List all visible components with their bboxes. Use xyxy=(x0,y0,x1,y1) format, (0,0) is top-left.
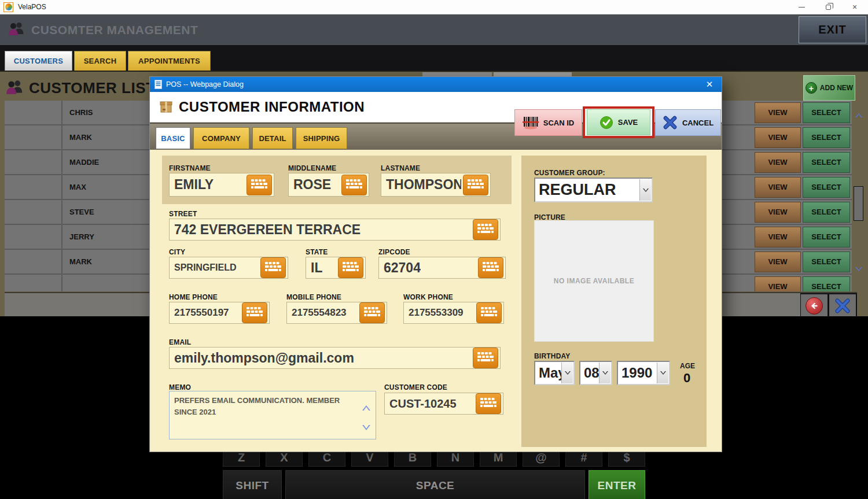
keyboard-icon[interactable] xyxy=(338,257,363,278)
zipcode-label: ZIPCODE xyxy=(378,248,410,256)
keyboard-icon[interactable] xyxy=(463,175,488,195)
dialog-close-icon[interactable]: ✕ xyxy=(702,79,717,90)
chevron-down-icon[interactable] xyxy=(599,363,610,383)
age-value: 0 xyxy=(683,371,690,386)
select-button[interactable]: SELECT xyxy=(803,227,850,247)
chevron-down-icon[interactable] xyxy=(561,363,573,383)
street-input[interactable]: 742 EVERGEREEN TERRACE xyxy=(169,219,501,241)
lastname-input[interactable]: THOMPSON xyxy=(381,173,491,197)
scroll-up-icon[interactable] xyxy=(855,113,862,117)
back-button[interactable] xyxy=(800,293,829,319)
keyboard-icon[interactable] xyxy=(247,175,272,195)
select-button[interactable]: SELECT xyxy=(803,177,850,198)
back-arrow-icon xyxy=(806,297,823,315)
table-scrollbar[interactable] xyxy=(853,101,865,291)
memo-scroll-down-icon[interactable] xyxy=(362,425,370,430)
keyboard-icon[interactable] xyxy=(476,393,501,414)
app-header: CUSOMTER MANAGEMENT EXIT xyxy=(0,14,868,45)
view-button[interactable]: VIEW xyxy=(755,127,801,148)
view-button[interactable]: VIEW xyxy=(755,276,801,292)
state-input[interactable]: IL xyxy=(306,257,366,279)
select-button[interactable]: SELECT xyxy=(803,252,850,272)
middlename-label: MIDDLENAME xyxy=(288,164,336,172)
keyboard-icon[interactable] xyxy=(359,302,385,323)
dialog-title: POS -- Webpage Dialog xyxy=(166,80,244,88)
birthday-day-select[interactable]: 08 xyxy=(579,361,612,385)
lastname-label: LASTNAME xyxy=(381,164,420,172)
picture-placeholder: NO IMAGE AVAILABLE xyxy=(534,220,654,342)
customer-code-input[interactable]: CUST-10245 xyxy=(384,393,503,415)
window-title: VelaPOS xyxy=(18,3,46,11)
chevron-down-icon[interactable] xyxy=(657,363,668,383)
select-button[interactable]: SELECT xyxy=(803,202,850,223)
plus-icon: + xyxy=(806,82,817,94)
tab-customers[interactable]: CUSTOMERS xyxy=(5,51,72,71)
view-button[interactable]: VIEW xyxy=(755,102,801,123)
middlename-input[interactable]: ROSE xyxy=(288,173,369,197)
keyboard-icon[interactable] xyxy=(242,302,267,323)
customer-group-select[interactable]: REGULAR xyxy=(534,178,653,202)
birthday-year-select[interactable]: 1990 xyxy=(617,361,670,385)
key-shift[interactable]: SHIFT xyxy=(222,470,282,499)
cancel-button[interactable]: CANCEL xyxy=(655,109,721,136)
maximize-button[interactable] xyxy=(815,0,841,14)
memo-textarea[interactable]: PREFERS EMAIL COMMUNICATION. MEMBER SINC… xyxy=(169,391,376,439)
mobile-phone-input[interactable]: 2175554823 xyxy=(286,302,387,324)
view-button[interactable]: VIEW xyxy=(755,227,801,247)
keyboard-icon[interactable] xyxy=(473,219,498,240)
close-button[interactable]: × xyxy=(841,0,868,14)
zipcode-input[interactable]: 62704 xyxy=(378,257,506,279)
select-button[interactable]: SELECT xyxy=(803,152,850,173)
work-phone-input[interactable]: 2175553309 xyxy=(403,302,504,324)
city-input[interactable]: SPRINGFIELD xyxy=(169,257,288,279)
view-button[interactable]: VIEW xyxy=(755,252,801,272)
firstname-input[interactable]: EMILY xyxy=(169,173,274,197)
key-space[interactable]: SPACE xyxy=(285,470,586,499)
minimize-button[interactable] xyxy=(788,0,815,14)
birthday-month-select[interactable]: May xyxy=(534,361,575,385)
select-button[interactable]: SELECT xyxy=(803,127,850,148)
keyboard-icon[interactable] xyxy=(473,348,498,368)
close-list-button[interactable] xyxy=(829,293,857,319)
view-button[interactable]: VIEW xyxy=(755,202,801,223)
tab-detail[interactable]: DETAIL xyxy=(252,127,293,149)
exit-button[interactable]: EXIT xyxy=(799,16,866,43)
select-button[interactable]: SELECT xyxy=(803,102,850,123)
app-logo-icon xyxy=(3,2,13,12)
chevron-down-icon[interactable] xyxy=(639,179,651,201)
save-button[interactable]: SAVE xyxy=(587,109,650,135)
scan-id-button[interactable]: SCAN ID xyxy=(514,109,582,136)
photo-cell xyxy=(5,225,62,249)
home-phone-input[interactable]: 2175550197 xyxy=(169,302,270,324)
keyboard-icon[interactable] xyxy=(478,257,503,278)
select-button[interactable]: SELECT xyxy=(803,276,850,292)
tab-company[interactable]: COMPANY xyxy=(193,127,249,149)
email-label: EMAIL xyxy=(169,338,191,346)
memo-scroll-up-icon[interactable] xyxy=(362,405,370,411)
city-label: CITY xyxy=(169,248,185,256)
keyboard-icon[interactable] xyxy=(476,302,502,323)
app-window: VelaPOS × CUSOMTER MANAGEMENT EXIT CUSTO… xyxy=(0,0,868,499)
firstname-label: FIRSTNAME xyxy=(169,164,211,172)
view-button[interactable]: VIEW xyxy=(755,152,801,173)
key-enter[interactable]: ENTER xyxy=(588,470,646,499)
tab-appointments[interactable]: APPOINTMENTS xyxy=(128,51,211,71)
side-panel: CUSTOMER GROUP: REGULAR PICTURE NO IMAGE… xyxy=(521,156,707,447)
tab-basic[interactable]: BASIC xyxy=(156,127,190,149)
package-icon xyxy=(159,100,173,114)
keyboard-icon[interactable] xyxy=(260,257,286,278)
photo-cell xyxy=(5,275,62,291)
tab-search[interactable]: SEARCH xyxy=(74,51,126,71)
keyboard-icon[interactable] xyxy=(341,175,367,195)
add-new-button[interactable]: + ADD NEW xyxy=(803,75,855,101)
window-titlebar: VelaPOS × xyxy=(0,0,868,14)
scrollbar-thumb[interactable] xyxy=(854,186,863,221)
photo-cell xyxy=(5,175,62,199)
page-title: CUSOMTER MANAGEMENT xyxy=(31,23,198,37)
age-label: AGE xyxy=(680,362,695,370)
tab-shipping[interactable]: SHIPPING xyxy=(296,127,347,149)
view-button[interactable]: VIEW xyxy=(755,177,801,198)
customer-group-label: CUSTOMER GROUP: xyxy=(534,169,605,177)
scroll-down-icon[interactable] xyxy=(855,267,862,271)
email-input[interactable]: emily.thompson@gmail.com xyxy=(169,347,501,369)
